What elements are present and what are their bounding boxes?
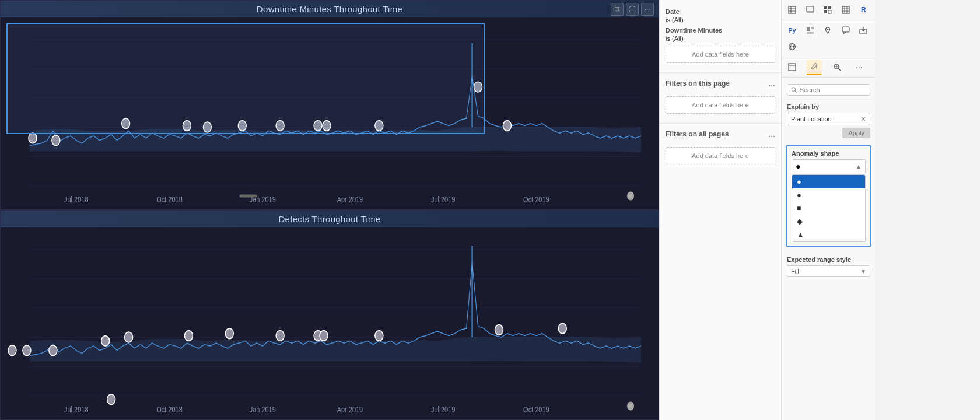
table3-icon[interactable]: [785, 60, 800, 75]
dots-icon[interactable]: ···: [852, 60, 867, 75]
matrix-icon[interactable]: [820, 2, 835, 18]
filters-on-page-label: Filters on this page: [666, 79, 730, 88]
svg-point-40: [125, 332, 133, 342]
svg-text:Jul 2019: Jul 2019: [431, 195, 456, 204]
svg-text:Jul 2018: Jul 2018: [64, 405, 89, 414]
svg-text:Oct 2018: Oct 2018: [156, 405, 183, 414]
anomaly-shape-label: Anomaly shape: [792, 150, 866, 157]
svg-point-42: [225, 328, 233, 339]
svg-point-56: [627, 401, 634, 410]
filters-on-visual-section: Date is (All) Downtime Minutes is (All) …: [660, 5, 781, 70]
expected-range-dropdown[interactable]: Fill ▼: [787, 265, 870, 277]
svg-point-18: [503, 121, 511, 131]
filter-icon-btn[interactable]: ⊞: [611, 3, 624, 16]
toolbar-icons-row2: Py: [782, 20, 875, 57]
svg-point-14: [314, 121, 322, 131]
svg-rect-73: [811, 27, 814, 29]
grid-icon[interactable]: [838, 2, 853, 18]
svg-line-88: [795, 90, 797, 92]
filters-on-page-header: Filters on this page ...: [660, 75, 781, 89]
add-data-fields-page[interactable]: Add data fields here: [666, 96, 775, 114]
filters-page-dots[interactable]: ...: [768, 79, 775, 88]
svg-rect-64: [828, 6, 831, 9]
current-shape-icon: ●: [796, 162, 800, 171]
bottom-chart-title-bar: Defects Throughout Time: [1, 211, 659, 228]
shape-option-triangle[interactable]: ▲: [792, 228, 865, 242]
shape-option-small-circle[interactable]: ●: [792, 188, 865, 202]
paint-icon[interactable]: [807, 60, 822, 75]
table-icon[interactable]: [785, 2, 800, 18]
expected-range-label: Expected range style: [787, 256, 870, 263]
svg-text:Oct 2019: Oct 2019: [523, 405, 550, 414]
add-data-fields-visual[interactable]: Add data fields here: [666, 46, 775, 63]
svg-rect-67: [842, 6, 849, 13]
svg-rect-26: [239, 194, 257, 197]
anomaly-shape-section: Anomaly shape ● ▲ ● ● ■ ◆ ▲: [786, 145, 872, 247]
apply-button[interactable]: Apply: [842, 128, 870, 138]
expand-icon-btn[interactable]: ⛶: [626, 3, 639, 16]
svg-point-39: [102, 336, 110, 346]
divider-2: [660, 123, 781, 124]
downtime-filter-item: Downtime Minutes is (All): [666, 27, 775, 42]
export-icon[interactable]: [856, 23, 871, 38]
filters-on-all-pages-header: Filters on all pages ...: [660, 126, 781, 140]
svg-point-13: [276, 121, 284, 131]
shape-option-diamond[interactable]: ◆: [792, 215, 865, 228]
svg-point-27: [627, 191, 634, 200]
svg-point-12: [238, 121, 246, 131]
bottom-chart-panel: Defects Throughout Time: [0, 210, 659, 420]
svg-rect-74: [807, 32, 814, 34]
svg-rect-76: [842, 27, 849, 32]
zoom-icon[interactable]: [830, 60, 845, 75]
svg-rect-63: [824, 6, 827, 9]
range-chevron-icon: ▼: [860, 268, 866, 275]
svg-point-16: [375, 121, 383, 131]
divider-1: [660, 72, 781, 73]
top-chart-title-bar: Downtime Minutes Throughout Time ⊞ ⛶ ···: [1, 1, 659, 18]
shape-dropdown-header[interactable]: ● ▲: [792, 159, 866, 173]
downtime-filter-label: Downtime Minutes: [666, 27, 775, 34]
shape-chevron-icon: ▲: [856, 163, 862, 170]
bottom-chart-canvas[interactable]: Jul 2018 Oct 2018 Jan 2019 Apr 2019 Jul …: [1, 228, 659, 418]
svg-text:Oct 2019: Oct 2019: [523, 195, 550, 204]
svg-point-47: [495, 325, 503, 335]
svg-point-48: [558, 323, 566, 334]
shape-option-filled-circle-selected[interactable]: ●: [792, 175, 865, 188]
chat-icon[interactable]: [838, 23, 853, 38]
R-icon[interactable]: R: [856, 2, 871, 18]
search-box[interactable]: [787, 84, 870, 96]
toolbar-divider: [782, 79, 875, 79]
more-icon-btn[interactable]: ···: [641, 3, 654, 16]
Py-icon[interactable]: Py: [785, 23, 800, 38]
top-chart-icons: ⊞ ⛶ ···: [611, 3, 654, 16]
svg-point-75: [827, 29, 828, 30]
explain-by-section: Explain by Plant Location ✕ Apply: [782, 100, 875, 142]
svg-rect-28: [1, 228, 659, 418]
top-chart-canvas[interactable]: Jul 2018 Oct 2018 Jan 2019 Apr 2019 Jul …: [1, 18, 659, 208]
svg-point-41: [184, 331, 192, 341]
chip-remove-btn[interactable]: ✕: [860, 115, 866, 123]
top-chart-title: Downtime Minutes Throughout Time: [257, 4, 402, 14]
globe-icon[interactable]: [785, 39, 800, 54]
filters-on-page-section: Add data fields here: [660, 89, 781, 121]
plant-location-text: Plant Location: [791, 116, 832, 123]
search-input[interactable]: [800, 86, 866, 93]
card-icon[interactable]: [803, 2, 818, 18]
date-filter-label: Date: [666, 8, 775, 15]
svg-point-11: [203, 122, 211, 132]
svg-rect-65: [824, 10, 827, 13]
svg-text:Apr 2019: Apr 2019: [337, 405, 363, 414]
treemap-icon[interactable]: [803, 23, 818, 38]
add-data-fields-all-pages[interactable]: Add data fields here: [666, 147, 775, 164]
svg-line-84: [838, 68, 841, 71]
filters-all-dots[interactable]: ...: [768, 130, 775, 139]
svg-point-87: [792, 88, 795, 91]
map-icon[interactable]: [820, 23, 835, 38]
svg-point-43: [276, 331, 284, 341]
svg-rect-61: [807, 6, 814, 12]
top-chart-panel: Downtime Minutes Throughout Time ⊞ ⛶ ···: [0, 0, 659, 210]
filters-panel: Date is (All) Downtime Minutes is (All) …: [659, 0, 782, 420]
shape-option-square[interactable]: ■: [792, 202, 865, 215]
search-icon: [791, 86, 797, 93]
bottom-chart-title: Defects Throughout Time: [278, 214, 380, 224]
